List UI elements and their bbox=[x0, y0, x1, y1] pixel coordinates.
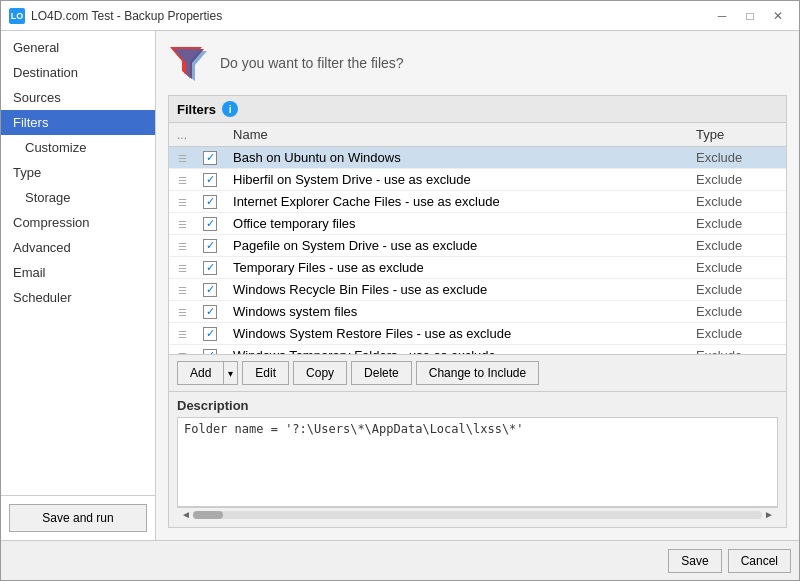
scroll-track[interactable] bbox=[193, 511, 762, 519]
app-icon: LO bbox=[9, 8, 25, 24]
main-content: Do you want to filter the files? Filters… bbox=[156, 31, 799, 540]
row-type: Exclude bbox=[688, 235, 786, 257]
sidebar-item-general[interactable]: General bbox=[1, 35, 155, 60]
copy-button[interactable]: Copy bbox=[293, 361, 347, 385]
sidebar-bottom: Save and run bbox=[1, 495, 155, 540]
delete-button[interactable]: Delete bbox=[351, 361, 412, 385]
add-button-split: Add ▾ bbox=[177, 361, 238, 385]
row-checkbox[interactable] bbox=[195, 235, 225, 257]
table-row[interactable]: ☰Office temporary filesExclude bbox=[169, 213, 786, 235]
titlebar: LO LO4D.com Test - Backup Properties ─ □… bbox=[1, 1, 799, 31]
table-row[interactable]: ☰Internet Explorer Cache Files - use as … bbox=[169, 191, 786, 213]
filters-header: Filters i bbox=[169, 96, 786, 123]
table-row[interactable]: ☰Temporary Files - use as excludeExclude bbox=[169, 257, 786, 279]
row-dots: ☰ bbox=[169, 323, 195, 345]
table-row[interactable]: ☰Windows system filesExclude bbox=[169, 301, 786, 323]
sidebar-item-type[interactable]: Type bbox=[1, 160, 155, 185]
scroll-right-arrow[interactable]: ► bbox=[762, 509, 776, 520]
row-checkbox[interactable] bbox=[195, 323, 225, 345]
sidebar-item-compression[interactable]: Compression bbox=[1, 210, 155, 235]
col-checkbox bbox=[195, 123, 225, 147]
scroll-thumb[interactable] bbox=[193, 511, 223, 519]
row-checkbox[interactable] bbox=[195, 345, 225, 355]
sidebar-item-sources[interactable]: Sources bbox=[1, 85, 155, 110]
row-type: Exclude bbox=[688, 279, 786, 301]
content-area: GeneralDestinationSourcesFiltersCustomiz… bbox=[1, 31, 799, 540]
row-dots: ☰ bbox=[169, 279, 195, 301]
row-name: Windows System Restore Files - use as ex… bbox=[225, 323, 688, 345]
row-type: Exclude bbox=[688, 323, 786, 345]
row-name: Windows Recycle Bin Files - use as exclu… bbox=[225, 279, 688, 301]
row-dots: ☰ bbox=[169, 301, 195, 323]
minimize-button[interactable]: ─ bbox=[709, 5, 735, 27]
save-run-button[interactable]: Save and run bbox=[9, 504, 147, 532]
description-label: Description bbox=[177, 398, 778, 413]
row-checkbox[interactable] bbox=[195, 213, 225, 235]
description-text-area[interactable]: Folder name = '?:\Users\*\AppData\Local\… bbox=[177, 417, 778, 507]
table-row[interactable]: ☰Windows Recycle Bin Files - use as excl… bbox=[169, 279, 786, 301]
sidebar-item-storage[interactable]: Storage bbox=[1, 185, 155, 210]
row-type: Exclude bbox=[688, 301, 786, 323]
maximize-button[interactable]: □ bbox=[737, 5, 763, 27]
window-controls: ─ □ ✕ bbox=[709, 5, 791, 27]
add-dropdown-arrow[interactable]: ▾ bbox=[223, 361, 238, 385]
row-checkbox[interactable] bbox=[195, 169, 225, 191]
filters-panel: Filters i ... Name Type bbox=[168, 95, 787, 528]
save-button[interactable]: Save bbox=[668, 549, 721, 573]
close-button[interactable]: ✕ bbox=[765, 5, 791, 27]
svg-marker-3 bbox=[174, 49, 202, 79]
row-checkbox[interactable] bbox=[195, 279, 225, 301]
row-type: Exclude bbox=[688, 191, 786, 213]
sidebar-item-customize[interactable]: Customize bbox=[1, 135, 155, 160]
row-name: Hiberfil on System Drive - use as exclud… bbox=[225, 169, 688, 191]
sidebar-item-advanced[interactable]: Advanced bbox=[1, 235, 155, 260]
sidebar-item-email[interactable]: Email bbox=[1, 260, 155, 285]
table-row[interactable]: ☰Windows Temporary Folders - use as excl… bbox=[169, 345, 786, 355]
row-name: Windows system files bbox=[225, 301, 688, 323]
description-text: Folder name = '?:\Users\*\AppData\Local\… bbox=[184, 422, 771, 436]
row-dots: ☰ bbox=[169, 257, 195, 279]
window-footer: Save Cancel bbox=[1, 540, 799, 580]
row-checkbox[interactable] bbox=[195, 257, 225, 279]
table-row[interactable]: ☰Hiberfil on System Drive - use as exclu… bbox=[169, 169, 786, 191]
change-to-include-button[interactable]: Change to Include bbox=[416, 361, 539, 385]
row-name: Windows Temporary Folders - use as exclu… bbox=[225, 345, 688, 355]
filters-table-container[interactable]: ... Name Type ☰Bash on Ubuntu on Windows… bbox=[169, 123, 786, 354]
row-name: Temporary Files - use as exclude bbox=[225, 257, 688, 279]
row-checkbox[interactable] bbox=[195, 301, 225, 323]
row-type: Exclude bbox=[688, 147, 786, 169]
filters-table: ... Name Type ☰Bash on Ubuntu on Windows… bbox=[169, 123, 786, 354]
row-dots: ☰ bbox=[169, 213, 195, 235]
row-checkbox[interactable] bbox=[195, 147, 225, 169]
row-name: Pagefile on System Drive - use as exclud… bbox=[225, 235, 688, 257]
row-type: Exclude bbox=[688, 169, 786, 191]
sidebar-item-filters[interactable]: Filters bbox=[1, 110, 155, 135]
row-type: Exclude bbox=[688, 257, 786, 279]
table-row[interactable]: ☰Windows System Restore Files - use as e… bbox=[169, 323, 786, 345]
row-name: Internet Explorer Cache Files - use as e… bbox=[225, 191, 688, 213]
sidebar-item-destination[interactable]: Destination bbox=[1, 60, 155, 85]
add-button[interactable]: Add bbox=[177, 361, 223, 385]
window-title: LO4D.com Test - Backup Properties bbox=[31, 9, 222, 23]
horizontal-scrollbar[interactable]: ◄ ► bbox=[177, 507, 778, 521]
action-buttons: Add ▾ Edit Copy Delete Change to Include bbox=[169, 354, 786, 392]
col-name: Name bbox=[225, 123, 688, 147]
row-dots: ☰ bbox=[169, 147, 195, 169]
cancel-button[interactable]: Cancel bbox=[728, 549, 791, 573]
table-row[interactable]: ☰Bash on Ubuntu on WindowsExclude bbox=[169, 147, 786, 169]
sidebar-item-scheduler[interactable]: Scheduler bbox=[1, 285, 155, 310]
table-row[interactable]: ☰Pagefile on System Drive - use as exclu… bbox=[169, 235, 786, 257]
edit-button[interactable]: Edit bbox=[242, 361, 289, 385]
row-checkbox[interactable] bbox=[195, 191, 225, 213]
row-dots: ☰ bbox=[169, 345, 195, 355]
col-dots: ... bbox=[169, 123, 195, 147]
row-dots: ☰ bbox=[169, 235, 195, 257]
filter-icon bbox=[168, 43, 208, 83]
row-dots: ☰ bbox=[169, 191, 195, 213]
scroll-left-arrow[interactable]: ◄ bbox=[179, 509, 193, 520]
filters-title: Filters bbox=[177, 102, 216, 117]
info-icon[interactable]: i bbox=[222, 101, 238, 117]
header-question: Do you want to filter the files? bbox=[220, 55, 404, 71]
main-window: LO LO4D.com Test - Backup Properties ─ □… bbox=[0, 0, 800, 581]
page-header: Do you want to filter the files? bbox=[168, 43, 787, 83]
